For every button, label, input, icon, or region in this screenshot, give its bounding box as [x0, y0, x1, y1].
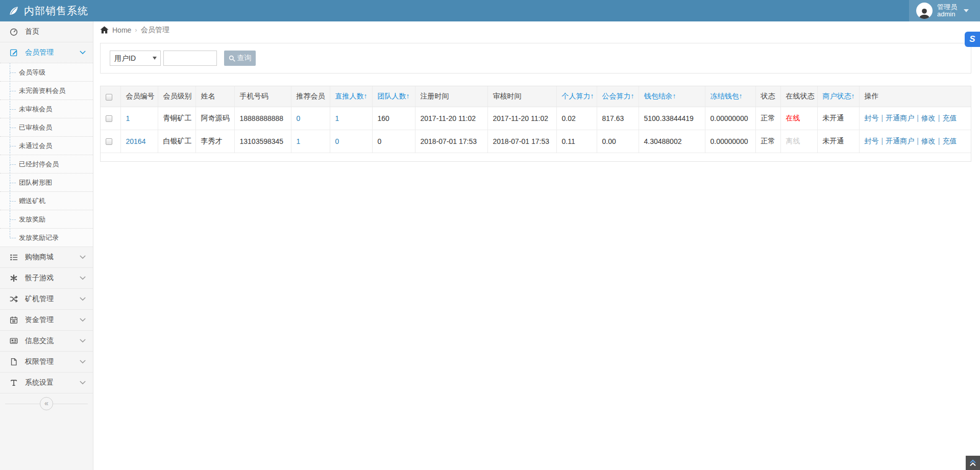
- col-header-member-id: 会员编号: [120, 86, 158, 107]
- ban-link[interactable]: 封号: [865, 114, 879, 122]
- dashboard-icon: [9, 27, 18, 36]
- sidebar-subitem-grant-reward[interactable]: 发放奖励: [0, 210, 93, 228]
- referrer-link[interactable]: 0: [297, 114, 301, 122]
- sidebar-subitem-team-tree[interactable]: 团队树形图: [0, 173, 93, 191]
- members-table-panel: 会员编号 会员级别 姓名 手机号码 推荐会员 直推人数↑ 团队人数↑ 注册时间 …: [100, 86, 971, 162]
- table-row: 1 青铜矿工 阿奇源码 18888888888 0 1 160 2017-11-…: [101, 107, 971, 130]
- sidebar-item-home[interactable]: 首页: [0, 21, 93, 42]
- sort-up-icon: ↑: [673, 92, 676, 100]
- row-checkbox[interactable]: [106, 138, 112, 145]
- col-header-personal-power[interactable]: 个人算力↑: [556, 86, 597, 107]
- sidebar-subitem-grant-reward-log[interactable]: 发放奖励记录: [0, 228, 93, 246]
- col-header-guild-power[interactable]: 公会算力↑: [597, 86, 639, 107]
- chevron-down-icon: [80, 339, 86, 343]
- direct-count-link[interactable]: 0: [335, 137, 339, 145]
- col-label: 个人算力: [562, 92, 591, 100]
- s-logo-icon: S: [969, 34, 975, 44]
- user-menu[interactable]: 管理员 admin: [909, 0, 980, 21]
- search-input[interactable]: [163, 51, 217, 66]
- breadcrumb-home-link[interactable]: Home: [112, 26, 131, 34]
- edit-link[interactable]: 修改: [921, 137, 936, 145]
- col-header-select-all: [101, 86, 120, 107]
- nav-group-settings: 系统设置: [0, 373, 93, 393]
- col-header-status: 状态: [755, 86, 780, 107]
- cell-guild-power: 0.00: [597, 130, 639, 153]
- sidebar-subitem-gift-miner[interactable]: 赠送矿机: [0, 191, 93, 210]
- cell-name: 阿奇源码: [195, 107, 234, 130]
- open-merchant-link[interactable]: 开通商户: [886, 137, 914, 145]
- col-header-referrer: 推荐会员: [291, 86, 330, 107]
- cell-status: 正常: [755, 130, 780, 153]
- sidebar-subitem-banned[interactable]: 已经封停会员: [0, 155, 93, 173]
- col-header-member-level: 会员级别: [158, 86, 195, 107]
- sidebar-subitem-member-level[interactable]: 会员等级: [0, 63, 93, 81]
- cell-team-count: 0: [372, 130, 415, 153]
- sidebar-subitem-audited[interactable]: 已审核会员: [0, 118, 93, 136]
- ban-link[interactable]: 封号: [865, 137, 879, 145]
- chevron-down-icon: [80, 276, 86, 280]
- open-merchant-link[interactable]: 开通商户: [886, 114, 914, 122]
- sidebar-subitem-unaudited[interactable]: 未审核会员: [0, 100, 93, 118]
- sidebar-item-dice-game[interactable]: 骰子游戏: [0, 268, 93, 288]
- cell-actions: 封号|开通商户|修改|充值: [859, 130, 971, 153]
- row-checkbox[interactable]: [106, 115, 112, 122]
- cell-register-time: 2018-07-01 17:53: [415, 130, 487, 153]
- search-button[interactable]: 查询: [224, 51, 256, 66]
- user-name: admin: [937, 11, 957, 18]
- leaf-logo-icon: [8, 5, 19, 16]
- sidebar-item-label: 骰子游戏: [25, 274, 54, 283]
- sidebar-item-miner-management[interactable]: 矿机管理: [0, 289, 93, 309]
- cell-personal-power: 0.02: [556, 107, 597, 130]
- sidebar-item-permission-management[interactable]: 权限管理: [0, 352, 93, 372]
- nav-group-mall: 购物商城: [0, 247, 93, 268]
- sort-up-icon: ↑: [631, 92, 634, 100]
- col-header-team-count[interactable]: 团队人数↑: [372, 86, 415, 107]
- cell-phone: 18888888888: [234, 107, 291, 130]
- calendar-icon: [9, 315, 18, 325]
- app-title: 内部销售系统: [24, 4, 88, 18]
- col-header-audit-time: 审核时间: [487, 86, 556, 107]
- col-header-frozen-wallet[interactable]: 冻结钱包↑: [705, 86, 755, 107]
- action-separator: |: [881, 137, 884, 145]
- sidebar-item-system-settings[interactable]: 系统设置: [0, 373, 93, 393]
- col-header-actions: 操作: [859, 86, 971, 107]
- select-all-checkbox[interactable]: [106, 94, 112, 101]
- sidebar-collapse-button[interactable]: «: [40, 397, 53, 410]
- text-height-icon: [9, 378, 18, 387]
- cell-guild-power: 817.63: [597, 107, 639, 130]
- sidebar-collapse-row: «: [0, 393, 93, 414]
- recharge-link[interactable]: 充值: [942, 114, 957, 122]
- cell-personal-power: 0.11: [556, 130, 597, 153]
- recharge-link[interactable]: 充值: [942, 137, 957, 145]
- search-field-select[interactable]: 用户ID: [110, 51, 161, 66]
- sidebar-item-funds-management[interactable]: 资金管理: [0, 310, 93, 330]
- member-id-link[interactable]: 20164: [126, 137, 146, 145]
- search-panel: 用户ID 查询: [100, 43, 971, 73]
- nav-group-funds: 资金管理: [0, 310, 93, 331]
- submenu-member-management: 会员等级 未完善资料会员 未审核会员 已审核会员 未通过会员 已经封停会员 团队…: [0, 63, 93, 246]
- col-label: 团队人数: [378, 92, 406, 100]
- back-to-top-button[interactable]: [966, 456, 980, 470]
- col-header-direct-count[interactable]: 直推人数↑: [330, 86, 372, 107]
- side-tool-badge[interactable]: S: [965, 32, 980, 47]
- col-header-wallet-balance[interactable]: 钱包结余↑: [639, 86, 705, 107]
- cell-wallet-balance: 4.30488002: [639, 130, 705, 153]
- cell-team-count: 160: [372, 107, 415, 130]
- col-header-merchant-status[interactable]: 商户状态↑: [817, 86, 859, 107]
- member-id-link[interactable]: 1: [126, 114, 130, 122]
- table-header-row: 会员编号 会员级别 姓名 手机号码 推荐会员 直推人数↑ 团队人数↑ 注册时间 …: [101, 86, 971, 107]
- nav-group-messages: 信息交流: [0, 331, 93, 352]
- col-label: 直推人数: [335, 92, 364, 100]
- action-separator: |: [938, 137, 940, 145]
- sidebar-item-shopping-mall[interactable]: 购物商城: [0, 247, 93, 267]
- sidebar-subitem-incomplete-profile[interactable]: 未完善资料会员: [0, 81, 93, 100]
- sidebar-item-message-exchange[interactable]: 信息交流: [0, 331, 93, 351]
- referrer-link[interactable]: 1: [297, 137, 301, 145]
- edit-link[interactable]: 修改: [921, 114, 936, 122]
- direct-count-link[interactable]: 1: [335, 114, 339, 122]
- sidebar-subitem-rejected[interactable]: 未通过会员: [0, 136, 93, 155]
- cell-actions: 封号|开通商户|修改|充值: [859, 107, 971, 130]
- cell-merchant-status: 未开通: [817, 130, 859, 153]
- chevron-double-up-icon: [969, 459, 976, 466]
- sidebar-item-member-management[interactable]: 会员管理: [0, 42, 93, 63]
